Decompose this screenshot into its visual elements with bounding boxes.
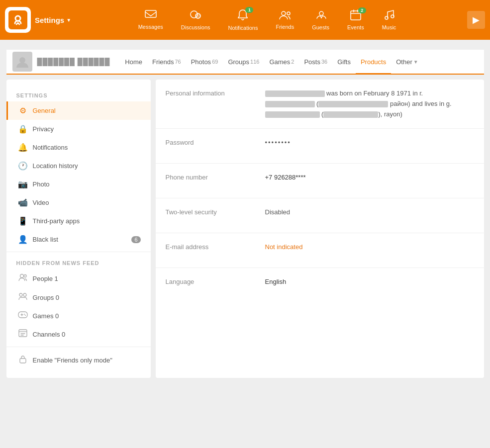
nav-guests[interactable]: Guests [303, 0, 338, 40]
sidebar-item-general[interactable]: ⚙ General [6, 101, 151, 120]
discussions-label: Discussions [181, 24, 210, 30]
friends-label: Friends [276, 24, 294, 30]
app-logo[interactable] [5, 7, 31, 33]
events-label: Events [347, 24, 364, 30]
nav-music[interactable]: Music [373, 0, 405, 40]
sidebar-item-games[interactable]: Games 0 [6, 307, 151, 325]
sidebar-item-notifications[interactable]: 🔔 Notifications [6, 138, 151, 157]
settings-value-email: Not indicated [265, 242, 474, 252]
profile-nav-gifts[interactable]: Gifts [332, 50, 356, 74]
main-wrap: ███████ ██████ Home Friends 76 Photos 69… [0, 40, 490, 448]
settings-label-twolevel: Two-level security [166, 207, 265, 216]
settings-value-password: •••••••• [265, 138, 474, 148]
sidebar-item-video[interactable]: 📹 Video [6, 193, 151, 212]
profile-nav-posts[interactable]: Posts 36 [299, 50, 332, 74]
sidebar-divider [6, 252, 151, 252]
lock-small-icon [18, 355, 28, 365]
sidebar-item-label: Photo [33, 180, 141, 188]
events-badge: 2 [358, 7, 366, 13]
sidebar-item-label: People 1 [33, 275, 141, 282]
settings-value-twolevel: Disabled [265, 207, 474, 217]
sidebar-item-label: Video [33, 199, 141, 206]
blurred-name [265, 90, 325, 97]
sidebar-item-label: Notifications [33, 144, 141, 151]
settings-row-twolevel: Two-level security Disabled [156, 198, 484, 233]
settings-section-label: SETTINGS [6, 88, 151, 101]
nav-messages[interactable]: Messages [129, 0, 172, 40]
svg-point-13 [24, 275, 26, 277]
settings-row-email: E-mail address Not indicated [156, 233, 484, 268]
block-user-icon: 👤 [18, 235, 28, 244]
svg-point-14 [19, 293, 22, 296]
apps-icon: 📱 [18, 216, 28, 226]
profile-nav-products[interactable]: Products [356, 50, 391, 74]
profile-nav-photos[interactable]: Photos 69 [186, 50, 223, 74]
profile-name: ███████ ██████ [37, 58, 110, 66]
sidebar-item-label: General [33, 107, 141, 114]
sidebar: SETTINGS ⚙ General 🔒 Privacy 🔔 Notificat… [6, 80, 151, 378]
blacklist-badge: 6 [131, 236, 140, 243]
svg-point-17 [24, 314, 25, 315]
guests-label: Guests [312, 24, 329, 30]
settings-label: Personal information [166, 89, 265, 97]
sidebar-item-channels[interactable]: Channels 0 [6, 325, 151, 344]
sidebar-item-location[interactable]: 🕐 Location history [6, 157, 151, 175]
svg-point-12 [20, 274, 23, 278]
sidebar-item-label: Privacy [33, 125, 141, 133]
profile-nav-games[interactable]: Games 2 [264, 50, 299, 74]
svg-point-7 [319, 11, 323, 15]
sidebar-item-blacklist[interactable]: 👤 Black list 6 [6, 230, 151, 249]
profile-bar: ███████ ██████ Home Friends 76 Photos 69… [6, 50, 484, 75]
blurred-region [318, 101, 388, 107]
sidebar-item-friends-mode[interactable]: Enable "Friends only mode" [6, 350, 151, 370]
sidebar-item-label: Enable "Friends only mode" [33, 357, 141, 364]
guests-icon [315, 9, 327, 23]
sidebar-item-people[interactable]: People 1 [6, 269, 151, 288]
settings-label-password: Password [166, 138, 265, 146]
settings-label: Settings [35, 16, 64, 24]
svg-point-5 [282, 11, 286, 15]
play-button[interactable]: ▶ [467, 11, 485, 29]
content-container: ███████ ██████ Home Friends 76 Photos 69… [6, 50, 484, 378]
svg-point-18 [25, 315, 26, 316]
svg-rect-20 [20, 358, 26, 363]
video-icon: 📹 [18, 198, 28, 207]
nav-friends[interactable]: Friends [267, 0, 303, 40]
gear-icon: ⚙ [18, 106, 28, 115]
notifications-badge: 1 [245, 7, 253, 13]
settings-row-language: Language English [156, 268, 484, 303]
svg-point-11 [19, 57, 25, 63]
nav-events[interactable]: 2 Events [338, 0, 373, 40]
top-navigation: Messages Discussions 1 Notifications Fri… [129, 0, 405, 40]
groups-icon [18, 292, 28, 302]
nav-notifications[interactable]: 1 Notifications [219, 0, 267, 40]
profile-nav-friends[interactable]: Friends 76 [147, 50, 186, 74]
profile-nav-other[interactable]: Other ▼ [391, 50, 423, 74]
discussions-icon [190, 9, 201, 23]
sidebar-item-label: Third-party apps [33, 217, 141, 225]
sidebar-item-privacy[interactable]: 🔒 Privacy [6, 120, 151, 138]
settings-label-email: E-mail address [166, 242, 265, 251]
sidebar-item-photo[interactable]: 📷 Photo [6, 175, 151, 193]
profile-nav-groups[interactable]: Groups 116 [223, 50, 264, 74]
profile-nav-home[interactable]: Home [120, 50, 147, 74]
sidebar-item-groups[interactable]: Groups 0 [6, 288, 151, 307]
settings-menu[interactable]: Settings ▼ [35, 16, 71, 24]
settings-row-password: Password •••••••• [156, 129, 484, 164]
settings-label-phone: Phone number [166, 173, 265, 181]
sidebar-item-label: Groups 0 [33, 294, 141, 301]
nav-discussions[interactable]: Discussions [172, 0, 219, 40]
notifications-icon: 1 [237, 9, 248, 24]
sidebar-item-third-party[interactable]: 📱 Third-party apps [6, 212, 151, 230]
blurred-city [265, 101, 315, 107]
main-content: Personal information was born on Februar… [156, 80, 484, 378]
messages-label: Messages [138, 24, 163, 30]
svg-point-15 [23, 293, 26, 296]
profile-navigation: Home Friends 76 Photos 69 Groups 116 Gam… [120, 50, 423, 74]
lock-icon: 🔒 [18, 124, 28, 134]
clock-icon: 🕐 [18, 161, 28, 171]
settings-row-phone: Phone number +7 926288**** [156, 164, 484, 198]
settings-label-language: Language [166, 277, 265, 285]
page-body: SETTINGS ⚙ General 🔒 Privacy 🔔 Notificat… [6, 75, 484, 378]
settings-row-personal: Personal information was born on Februar… [156, 80, 484, 129]
